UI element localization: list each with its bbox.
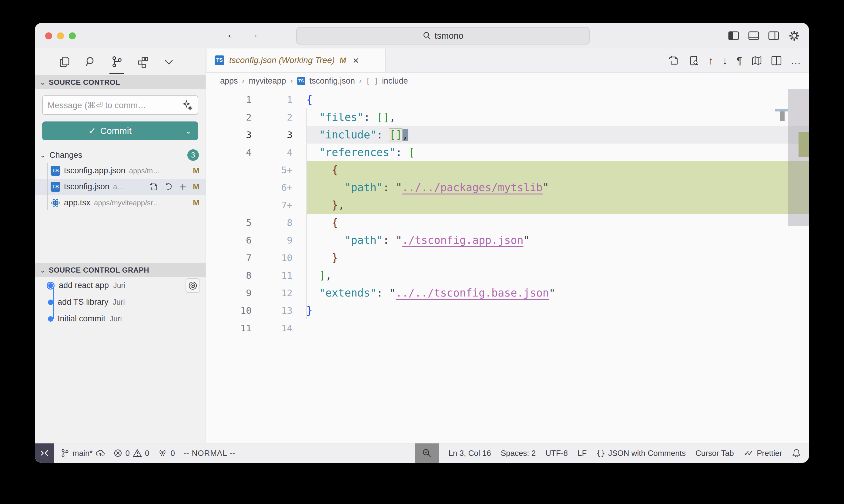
modified-line-number: 4 <box>252 144 293 161</box>
code-token <box>306 111 319 123</box>
code-line[interactable]: 11{ <box>206 91 809 108</box>
toggle-primary-sidebar-icon[interactable] <box>728 31 739 41</box>
next-change-icon[interactable]: ↓ <box>722 55 728 66</box>
whitespace-toggle-icon[interactable]: ¶ <box>737 55 742 66</box>
breadcrumb-myviteapp[interactable]: myviteapp <box>249 76 286 86</box>
search-icon <box>422 31 431 40</box>
previous-change-icon[interactable]: ↑ <box>708 55 713 66</box>
stage-changes-icon[interactable] <box>178 182 187 192</box>
code-token: { <box>332 164 338 176</box>
remote-indicator[interactable] <box>35 444 54 463</box>
breadcrumb-tsconfig[interactable]: tsconfig.json <box>310 76 355 86</box>
explorer-icon[interactable] <box>58 49 71 75</box>
forward-icon[interactable]: → <box>247 27 259 41</box>
search-editor-icon[interactable] <box>688 55 699 66</box>
tab-completion-item[interactable]: Cursor Tab <box>695 449 734 458</box>
code-line[interactable]: 1114 <box>206 319 809 337</box>
open-file-icon[interactable] <box>149 182 158 192</box>
code-line[interactable]: 33 "include": [], <box>206 126 809 144</box>
react-file-icon[interactable] <box>51 198 60 208</box>
checkout-target-button[interactable] <box>186 278 200 293</box>
editor-scrollbar[interactable] <box>788 89 809 226</box>
commit-message: add react app <box>59 281 109 290</box>
minimize-window-button[interactable] <box>57 32 64 39</box>
code-line[interactable]: 811 ], <box>206 267 809 284</box>
code-line[interactable]: 22 "files": [], <box>206 108 809 126</box>
changes-header[interactable]: ⌄ Changes 3 <box>35 147 206 163</box>
scm-file-row[interactable]: TStsconfig.jsona…M <box>35 179 206 195</box>
code-token: " <box>523 234 530 246</box>
commit-button[interactable]: ✓ Commit ⌄ <box>42 122 198 140</box>
code-lines: 11{22 "files": [],33 "include": [],44 "r… <box>206 91 809 337</box>
modified-line-number: 13 <box>252 302 293 319</box>
more-views-chevron-icon[interactable] <box>163 49 175 75</box>
commit-row[interactable]: add TS libraryJuri <box>35 294 206 310</box>
code-token <box>306 234 344 246</box>
notifications-bell-icon[interactable] <box>792 448 801 458</box>
code-line[interactable]: 710 } <box>206 249 809 267</box>
code-editor[interactable]: 11{22 "files": [],33 "include": [],44 "r… <box>206 89 809 443</box>
source-control-icon[interactable] <box>111 49 123 75</box>
scm-file-row[interactable]: TStsconfig.app.jsonapps/m…M <box>35 163 206 179</box>
code-line[interactable]: 7+ }, <box>206 196 809 214</box>
toggle-panel-icon[interactable] <box>748 31 759 41</box>
source-control-graph-section: ⌄ SOURCE CONTROL GRAPH add react appJuri… <box>35 263 206 327</box>
zoom-status-item[interactable] <box>415 444 439 463</box>
commit-row[interactable]: Initial commitJuri <box>35 310 206 327</box>
code-line[interactable]: 58 { <box>206 214 809 231</box>
code-line[interactable]: 6+ "path": "../../packages/mytslib" <box>206 179 809 196</box>
code-token <box>306 217 332 229</box>
branch-status-item[interactable]: main* <box>60 448 105 458</box>
code-line[interactable]: 912 "extends": "../../tsconfig.base.json… <box>206 284 809 302</box>
more-actions-icon[interactable]: … <box>791 55 801 66</box>
original-line-number: 11 <box>206 319 252 337</box>
extensions-icon[interactable] <box>137 49 149 75</box>
map-icon[interactable] <box>751 55 762 66</box>
source-control-graph-header[interactable]: ⌄ SOURCE CONTROL GRAPH <box>35 263 206 277</box>
back-icon[interactable]: ← <box>226 27 238 41</box>
settings-gear-icon[interactable] <box>788 30 800 42</box>
original-line-number: 9 <box>206 284 252 302</box>
vim-mode-indicator[interactable]: -- NORMAL -- <box>184 449 235 458</box>
tab-tsconfig-working-tree[interactable]: TS tsconfig.json (Working Tree) M × <box>207 49 385 72</box>
toggle-secondary-sidebar-icon[interactable] <box>768 31 779 41</box>
search-view-icon[interactable] <box>85 49 97 75</box>
zoom-window-button[interactable] <box>69 32 76 39</box>
code-token: ] <box>319 269 325 282</box>
formatter-item[interactable]: ✓✓ Prettier <box>744 449 782 458</box>
split-editor-icon[interactable] <box>771 56 781 66</box>
code-token: [ <box>408 146 415 158</box>
encoding-item[interactable]: UTF-8 <box>545 449 568 458</box>
scm-file-row[interactable]: app.tsxapps/myviteapp/sr…M <box>35 195 206 211</box>
indentation-item[interactable]: Spaces: 2 <box>501 449 536 458</box>
breadcrumb-apps[interactable]: apps <box>220 76 238 86</box>
close-tab-icon[interactable]: × <box>353 55 359 66</box>
code-line[interactable]: 44 "references": [ <box>206 144 809 161</box>
language-mode-item[interactable]: {} JSON with Comments <box>596 449 686 458</box>
original-line-number: 3 <box>206 126 252 144</box>
eol-item[interactable]: LF <box>578 449 587 458</box>
code-line[interactable]: 1013} <box>206 302 809 319</box>
modified-line-number: 2 <box>252 108 293 126</box>
commit-dropdown-button[interactable]: ⌄ <box>178 126 198 136</box>
code-line-content: { <box>306 91 809 108</box>
code-line[interactable]: 69 "path": "./tsconfig.app.json" <box>206 231 809 249</box>
go-to-file-icon[interactable] <box>668 55 679 66</box>
discard-changes-icon[interactable] <box>164 182 173 192</box>
problems-status-item[interactable]: 0 0 <box>114 449 149 458</box>
commit-row[interactable]: add react appJuri <box>35 277 206 294</box>
cursor-position-item[interactable]: Ln 3, Col 16 <box>448 449 491 458</box>
modified-line-number: 10 <box>252 249 293 267</box>
code-token: : <box>364 111 377 123</box>
source-control-section-header[interactable]: ⌄ SOURCE CONTROL <box>35 75 206 89</box>
file-name: app.tsx <box>64 198 90 208</box>
commit-message-input[interactable]: Message (⌘⏎ to comm… <box>42 95 198 115</box>
code-line[interactable]: 5+ { <box>206 161 809 179</box>
close-window-button[interactable] <box>45 32 52 39</box>
breadcrumb-include[interactable]: include <box>382 76 408 86</box>
command-center-search[interactable]: tsmono <box>296 27 590 44</box>
code-line-content: "references": [ <box>306 144 809 161</box>
ports-status-item[interactable]: 0 <box>158 449 175 458</box>
code-line-content: { <box>306 161 809 179</box>
sparkle-ai-icon[interactable] <box>182 100 193 111</box>
